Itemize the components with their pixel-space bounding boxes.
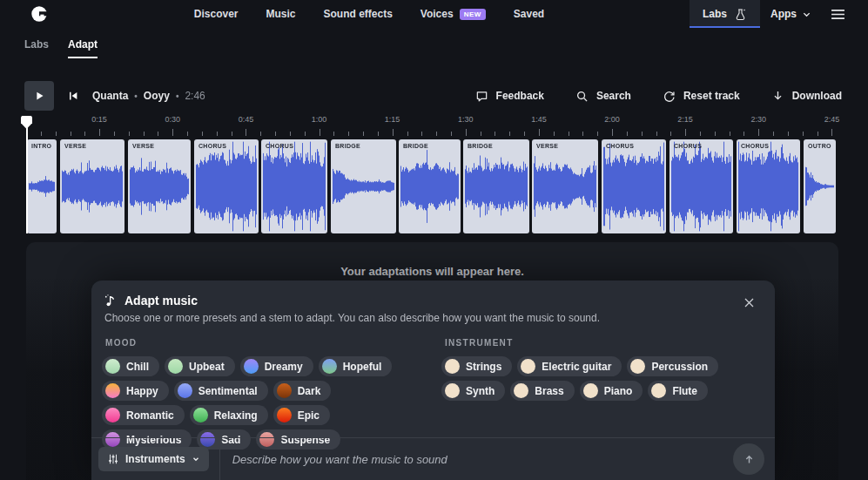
instrument-chip-strings[interactable]: Strings <box>441 356 512 376</box>
search-button[interactable]: Search <box>575 90 631 103</box>
waveform-segment-chorus-9[interactable]: CHORUS <box>602 139 666 233</box>
close-icon[interactable] <box>743 296 756 309</box>
action-label: Search <box>596 90 631 102</box>
adaptations-empty-text: Your adaptations will appear here. <box>26 265 838 278</box>
labs-button-label: Labs <box>703 8 727 20</box>
ruler-time-label: 2:15 <box>677 115 693 124</box>
ruler-tick <box>539 129 540 136</box>
prompt-input[interactable] <box>220 453 733 466</box>
waveform-segment-intro-0[interactable]: INTRO <box>27 139 57 233</box>
hamburger-icon[interactable] <box>831 9 845 20</box>
mood-chip-happy[interactable]: Happy <box>102 381 169 401</box>
mood-chip-relaxing[interactable]: Relaxing <box>190 405 268 425</box>
waveform-segment-chorus-10[interactable]: CHORUS <box>670 139 733 233</box>
mood-color-dot <box>178 383 192 398</box>
ruler-tick <box>187 132 188 136</box>
instrument-chip-electric-guitar[interactable]: Electric guitar <box>517 356 622 376</box>
mood-chip-upbeat[interactable]: Upbeat <box>165 356 235 376</box>
submit-button[interactable] <box>733 443 764 475</box>
chevron-down-icon <box>802 10 811 19</box>
waveform-canvas <box>532 139 598 233</box>
waveform-canvas <box>463 139 529 233</box>
ruler-tick <box>436 132 437 136</box>
mood-chip-chill[interactable]: Chill <box>102 356 159 376</box>
waveform-segment-chorus-4[interactable]: CHORUS <box>261 139 327 233</box>
track-artist: Ooyy <box>144 90 170 102</box>
mood-color-dot <box>105 383 120 398</box>
top-right-cluster: Labs Apps <box>690 0 845 28</box>
instrument-chip-synth[interactable]: Synth <box>441 381 505 401</box>
feedback-icon <box>475 90 488 103</box>
mood-chip-dreamy[interactable]: Dreamy <box>240 356 313 376</box>
nav-item-voices[interactable]: VoicesNEW <box>421 8 486 20</box>
instrument-color-dot <box>514 383 528 398</box>
play-button[interactable] <box>24 81 54 111</box>
nav-item-sound-effects[interactable]: Sound effects <box>324 8 393 20</box>
instrument-section-label: INSTRUMENT <box>445 338 742 348</box>
mood-section: MOOD ChillUpbeatDreamyHopefulHappySentim… <box>102 338 415 450</box>
labs-button[interactable]: Labs <box>690 0 760 28</box>
segment-label: CHORUS <box>674 143 702 149</box>
waveform-segment-verse-2[interactable]: VERSE <box>128 139 191 233</box>
ruler-tick <box>275 132 276 136</box>
waveform-segment-bridge-7[interactable]: BRIDGE <box>463 139 529 233</box>
waveform-canvas <box>737 139 800 233</box>
instrument-chip-percussion[interactable]: Percussion <box>627 356 718 376</box>
reset-icon <box>663 90 676 103</box>
segment-label: CHORUS <box>741 143 769 149</box>
skip-back-button[interactable] <box>67 90 79 102</box>
feedback-button[interactable]: Feedback <box>475 90 544 103</box>
waveform-segment-chorus-3[interactable]: CHORUS <box>194 139 259 233</box>
adapt-music-icon <box>104 294 118 308</box>
ruler-tick <box>627 132 628 136</box>
tab-adapt[interactable]: Adapt <box>68 38 98 58</box>
mood-chip-romantic[interactable]: Romantic <box>102 405 185 425</box>
ruler-tick <box>670 132 671 136</box>
waveform-segment-verse-8[interactable]: VERSE <box>532 139 598 233</box>
waveform-segment-verse-1[interactable]: VERSE <box>60 139 124 233</box>
chip-label: Dark <box>298 385 321 397</box>
waveform-segment-bridge-5[interactable]: BRIDGE <box>331 139 396 233</box>
mood-chip-dark[interactable]: Dark <box>273 381 332 401</box>
instrument-chip-flute[interactable]: Flute <box>648 381 708 401</box>
ruler-tick <box>246 129 246 136</box>
tab-labs[interactable]: Labs <box>24 38 49 58</box>
waveform-canvas <box>261 139 327 233</box>
ruler-tick <box>407 132 408 136</box>
app-logo[interactable] <box>30 4 49 24</box>
instruments-dropdown-button[interactable]: Instruments <box>98 447 209 471</box>
ruler-time-label: 1:15 <box>385 115 400 124</box>
timeline-ruler[interactable]: 0:150:300:451:001:151:301:452:002:152:30… <box>0 113 868 138</box>
waveform-segment-chorus-11[interactable]: CHORUS <box>737 139 800 233</box>
chip-label: Romantic <box>126 409 174 422</box>
instrument-chip-brass[interactable]: Brass <box>510 381 574 401</box>
logo-icon <box>30 4 49 24</box>
download-button[interactable]: Download <box>771 90 842 103</box>
mood-chip-sentimental[interactable]: Sentimental <box>174 381 268 401</box>
ruler-tick <box>685 129 686 136</box>
action-label: Download <box>792 90 842 102</box>
reset-track-button[interactable]: Reset track <box>663 90 740 103</box>
modal-title: Adapt music <box>124 294 198 308</box>
chip-label: Happy <box>126 385 158 397</box>
ruler-time-label: 1:00 <box>312 115 327 124</box>
top-bar: DiscoverMusicSound effectsVoicesNEWSaved… <box>0 0 868 28</box>
mood-chip-epic[interactable]: Epic <box>273 405 330 425</box>
nav-item-label: Music <box>266 8 295 20</box>
waveform-segment-outro-12[interactable]: OUTRO <box>804 139 836 233</box>
nav-item-music[interactable]: Music <box>266 8 295 20</box>
mood-chip-hopeful[interactable]: Hopeful <box>319 356 393 376</box>
instrument-chip-piano[interactable]: Piano <box>580 381 643 401</box>
ruler-tick <box>818 132 818 136</box>
ruler-tick <box>202 132 203 136</box>
nav-item-saved[interactable]: Saved <box>514 8 544 20</box>
waveform-segment-bridge-6[interactable]: BRIDGE <box>399 139 461 233</box>
segment-label: CHORUS <box>266 143 293 149</box>
nav-item-discover[interactable]: Discover <box>194 8 239 20</box>
ruler-tick <box>144 132 145 136</box>
track-title: Quanta <box>92 90 128 102</box>
waveform-canvas <box>128 139 191 233</box>
mood-section-label: MOOD <box>105 338 415 348</box>
track-info: Quanta • Ooyy • 2:46 <box>92 90 205 102</box>
apps-button[interactable]: Apps <box>760 8 822 20</box>
